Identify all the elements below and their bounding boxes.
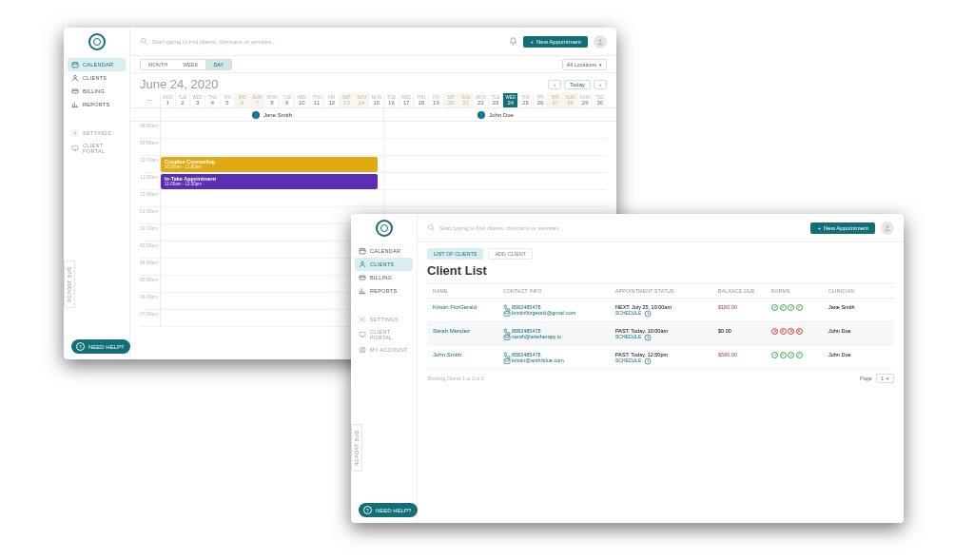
day-cell[interactable]: TUE16: [384, 93, 399, 107]
day-cell[interactable]: THU4: [205, 93, 221, 107]
time-slot[interactable]: [384, 156, 607, 172]
day-cell[interactable]: WED3: [190, 93, 205, 107]
new-appointment-button[interactable]: + New Appointment: [523, 36, 588, 48]
time-slot[interactable]: [161, 122, 384, 138]
monitor-icon: [359, 331, 366, 338]
prev-button[interactable]: ‹: [548, 80, 561, 89]
day-cell[interactable]: MON29: [578, 93, 594, 107]
time-slot[interactable]: [384, 122, 607, 138]
view-seg-day[interactable]: DAY: [205, 60, 231, 69]
calendar-event[interactable]: In-Take Appointment 11:00am - 12:30pm: [161, 174, 378, 189]
table-row[interactable]: Sarah Mendez8582485478sarah@teletherapy.…: [427, 322, 894, 346]
day-cell[interactable]: TUE2: [176, 93, 191, 107]
day-cell[interactable]: SUN28: [563, 93, 578, 107]
svg-rect-30: [360, 332, 365, 336]
avatar[interactable]: [881, 222, 894, 235]
sidebar-item-calendar[interactable]: CALENDAR: [68, 58, 126, 71]
location-select[interactable]: All Locations ▾: [562, 59, 607, 70]
time-slot[interactable]: [161, 139, 384, 155]
time-slot[interactable]: [161, 190, 384, 206]
email-link[interactable]: kristinfitzgerald@gmail.com: [503, 310, 615, 316]
day-cell[interactable]: SUN21: [458, 93, 474, 107]
table-row[interactable]: John Smith8582485478kristin@anthrblue.co…: [427, 346, 894, 370]
bell-icon[interactable]: [509, 37, 517, 46]
day-cell[interactable]: MON8: [265, 93, 281, 107]
sidebar-item-reports[interactable]: REPORTS: [68, 98, 126, 111]
day-cell[interactable]: WED24: [503, 93, 518, 107]
search-input[interactable]: Start typing to find clients, clinicians…: [427, 223, 805, 232]
sidebar-item-billing[interactable]: BILLING: [68, 85, 126, 98]
day-cell[interactable]: SAT13: [340, 93, 355, 107]
tab-list-of-clients[interactable]: LIST OF CLIENTS: [427, 248, 483, 260]
day-cell[interactable]: TUE30: [593, 93, 607, 107]
sidebar-item-client-portal[interactable]: CLIENT PORTAL: [68, 140, 126, 157]
balance-due: $0.00: [718, 328, 771, 334]
email-link[interactable]: kristin@anthrblue.com: [503, 357, 615, 363]
clinician-column[interactable]: 👤 John Doe: [384, 108, 607, 121]
sidebar-item-client-portal[interactable]: CLIENT PORTAL: [355, 326, 413, 343]
day-cell[interactable]: MON15: [369, 93, 384, 107]
sidebar-item-clients[interactable]: CLIENTS: [355, 258, 413, 271]
client-name-link[interactable]: Sarah Mendez: [433, 328, 470, 334]
view-seg-month[interactable]: MONTH: [141, 60, 175, 69]
sidebar-item-calendar[interactable]: CALENDAR: [355, 244, 413, 258]
calendar-event[interactable]: Couples Counseling 10:00am - 11:00am: [161, 157, 378, 172]
tab-add-client[interactable]: ADD CLIENT: [488, 248, 533, 260]
client-name-link[interactable]: John Smith: [433, 352, 461, 357]
day-cell[interactable]: FRI19: [429, 93, 444, 107]
schedule-link[interactable]: SCHEDULE: [615, 310, 718, 316]
avatar[interactable]: [594, 35, 607, 48]
today-button[interactable]: Today: [564, 80, 591, 89]
report-bug-tab[interactable]: REPORT BUG: [64, 261, 75, 308]
day-cell[interactable]: FRI5: [221, 93, 236, 107]
day-cell[interactable]: MON22: [474, 93, 489, 107]
day-cell[interactable]: TUE23: [489, 93, 504, 107]
day-cell[interactable]: SAT6: [235, 93, 250, 107]
day-cell[interactable]: THU18: [414, 93, 429, 107]
person-icon: 👤: [477, 111, 485, 119]
gear-icon: [71, 129, 79, 137]
day-cell[interactable]: WED10: [295, 93, 310, 107]
day-cell[interactable]: THU25: [518, 93, 534, 107]
search-input[interactable]: Start typing to find clients, clinicians…: [140, 37, 503, 46]
sidebar-item-clients[interactable]: CLIENTS: [68, 71, 126, 85]
next-button[interactable]: ›: [594, 80, 607, 89]
day-cell[interactable]: MON1: [161, 93, 176, 107]
time-slot[interactable]: [384, 173, 607, 189]
day-cell[interactable]: TUE9: [280, 93, 295, 107]
day-cell[interactable]: FRI12: [324, 93, 340, 107]
sidebar-item-billing[interactable]: BILLING: [355, 271, 413, 284]
sidebar-item-settings[interactable]: SETTINGS: [355, 313, 413, 326]
page-select[interactable]: 1 ▾: [876, 374, 894, 383]
schedule-link[interactable]: SCHEDULE: [615, 357, 718, 363]
report-bug-tab[interactable]: REPORT BUG: [351, 424, 362, 472]
clinician-column[interactable]: 👤 Jane Smith: [161, 108, 384, 121]
email-link[interactable]: sarah@teletherapy.io: [503, 334, 615, 339]
day-cell[interactable]: WED17: [399, 93, 415, 107]
sidebar-item-reports[interactable]: REPORTS: [355, 284, 413, 298]
sidebar-item-settings[interactable]: SETTINGS: [68, 126, 126, 140]
new-appointment-button[interactable]: + New Appointment: [810, 222, 875, 234]
view-seg-week[interactable]: WEEK: [175, 60, 205, 69]
sidebar-item-label: REPORTS: [83, 102, 110, 107]
month-strip-menu[interactable]: ⋯: [140, 93, 161, 107]
time-slot[interactable]: [384, 139, 607, 155]
day-cell[interactable]: SUN7: [250, 93, 265, 107]
need-help-button[interactable]: ? NEED HELP?: [71, 339, 130, 354]
time-slot[interactable]: [384, 190, 607, 206]
day-cell[interactable]: SAT27: [548, 93, 563, 107]
client-name-link[interactable]: Kristin FitzGerald: [433, 304, 477, 310]
day-cell[interactable]: FRI26: [534, 93, 549, 107]
view-segment[interactable]: MONTHWEEKDAY: [140, 59, 232, 70]
day-cell[interactable]: THU11: [310, 93, 325, 107]
table-row[interactable]: Kristin FitzGerald8582485478kristinfitzg…: [427, 299, 894, 322]
need-help-button[interactable]: ? NEED HELP?: [359, 503, 418, 517]
day-cell[interactable]: SUN14: [355, 93, 370, 107]
chevron-down-icon: ▾: [886, 376, 889, 381]
form-status-icons: ✕✕✕✕: [771, 328, 804, 334]
day-cell[interactable]: SAT20: [444, 93, 459, 107]
sidebar-item-my-account[interactable]: MY ACCOUNT: [355, 343, 413, 357]
sidebar-item-label: CLIENTS: [370, 261, 394, 267]
schedule-link[interactable]: SCHEDULE: [615, 334, 718, 339]
need-help-label: NEED HELP?: [376, 508, 411, 513]
